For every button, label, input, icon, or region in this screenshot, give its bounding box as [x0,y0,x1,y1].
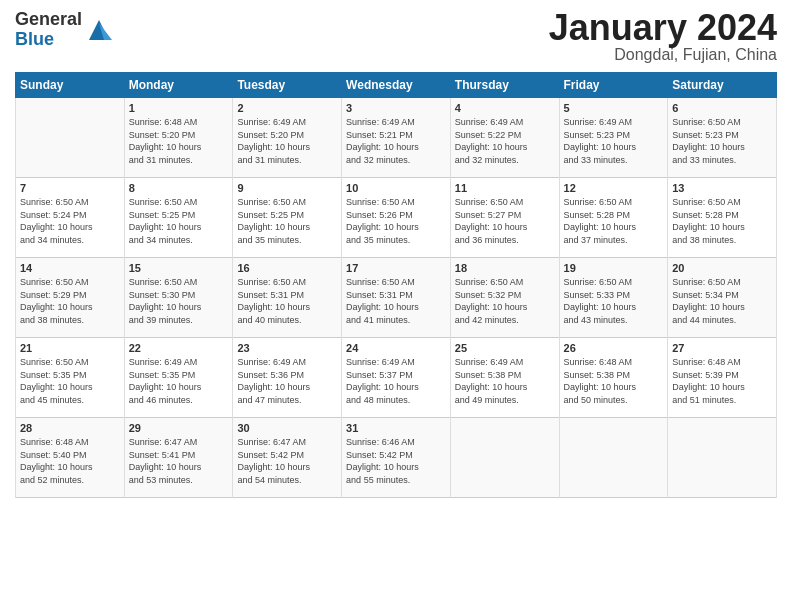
day-info: Sunrise: 6:50 AM Sunset: 5:27 PM Dayligh… [455,196,555,246]
day-info: Sunrise: 6:50 AM Sunset: 5:28 PM Dayligh… [672,196,772,246]
calendar-cell: 17Sunrise: 6:50 AM Sunset: 5:31 PM Dayli… [342,258,451,338]
logo: General Blue [15,10,114,50]
logo-blue: Blue [15,30,82,50]
calendar-cell: 22Sunrise: 6:49 AM Sunset: 5:35 PM Dayli… [124,338,233,418]
calendar-cell [559,418,668,498]
day-info: Sunrise: 6:49 AM Sunset: 5:35 PM Dayligh… [129,356,229,406]
day-info: Sunrise: 6:50 AM Sunset: 5:30 PM Dayligh… [129,276,229,326]
day-info: Sunrise: 6:49 AM Sunset: 5:38 PM Dayligh… [455,356,555,406]
day-number: 10 [346,182,446,194]
day-number: 4 [455,102,555,114]
day-number: 17 [346,262,446,274]
calendar-cell: 2Sunrise: 6:49 AM Sunset: 5:20 PM Daylig… [233,98,342,178]
calendar-cell: 15Sunrise: 6:50 AM Sunset: 5:30 PM Dayli… [124,258,233,338]
day-number: 22 [129,342,229,354]
day-number: 16 [237,262,337,274]
col-thursday: Thursday [450,73,559,98]
calendar-cell: 23Sunrise: 6:49 AM Sunset: 5:36 PM Dayli… [233,338,342,418]
header: General Blue January 2024 Dongdai, Fujia… [15,10,777,64]
day-info: Sunrise: 6:48 AM Sunset: 5:39 PM Dayligh… [672,356,772,406]
day-info: Sunrise: 6:48 AM Sunset: 5:38 PM Dayligh… [564,356,664,406]
day-number: 7 [20,182,120,194]
day-number: 12 [564,182,664,194]
calendar-cell: 5Sunrise: 6:49 AM Sunset: 5:23 PM Daylig… [559,98,668,178]
calendar-cell: 7Sunrise: 6:50 AM Sunset: 5:24 PM Daylig… [16,178,125,258]
day-info: Sunrise: 6:50 AM Sunset: 5:35 PM Dayligh… [20,356,120,406]
calendar-cell: 30Sunrise: 6:47 AM Sunset: 5:42 PM Dayli… [233,418,342,498]
calendar-cell: 25Sunrise: 6:49 AM Sunset: 5:38 PM Dayli… [450,338,559,418]
calendar-cell: 21Sunrise: 6:50 AM Sunset: 5:35 PM Dayli… [16,338,125,418]
calendar-week-1: 1Sunrise: 6:48 AM Sunset: 5:20 PM Daylig… [16,98,777,178]
day-number: 8 [129,182,229,194]
day-number: 18 [455,262,555,274]
calendar-cell [668,418,777,498]
day-info: Sunrise: 6:49 AM Sunset: 5:36 PM Dayligh… [237,356,337,406]
day-info: Sunrise: 6:50 AM Sunset: 5:28 PM Dayligh… [564,196,664,246]
calendar-cell: 28Sunrise: 6:48 AM Sunset: 5:40 PM Dayli… [16,418,125,498]
calendar-cell: 29Sunrise: 6:47 AM Sunset: 5:41 PM Dayli… [124,418,233,498]
day-number: 26 [564,342,664,354]
calendar-week-3: 14Sunrise: 6:50 AM Sunset: 5:29 PM Dayli… [16,258,777,338]
day-number: 13 [672,182,772,194]
day-number: 29 [129,422,229,434]
day-info: Sunrise: 6:48 AM Sunset: 5:40 PM Dayligh… [20,436,120,486]
calendar-cell: 12Sunrise: 6:50 AM Sunset: 5:28 PM Dayli… [559,178,668,258]
calendar-cell: 19Sunrise: 6:50 AM Sunset: 5:33 PM Dayli… [559,258,668,338]
day-number: 30 [237,422,337,434]
calendar-cell [16,98,125,178]
day-info: Sunrise: 6:50 AM Sunset: 5:29 PM Dayligh… [20,276,120,326]
calendar-cell: 24Sunrise: 6:49 AM Sunset: 5:37 PM Dayli… [342,338,451,418]
col-tuesday: Tuesday [233,73,342,98]
calendar-cell: 18Sunrise: 6:50 AM Sunset: 5:32 PM Dayli… [450,258,559,338]
calendar-cell: 16Sunrise: 6:50 AM Sunset: 5:31 PM Dayli… [233,258,342,338]
day-info: Sunrise: 6:50 AM Sunset: 5:25 PM Dayligh… [129,196,229,246]
calendar-cell: 6Sunrise: 6:50 AM Sunset: 5:23 PM Daylig… [668,98,777,178]
col-wednesday: Wednesday [342,73,451,98]
day-info: Sunrise: 6:50 AM Sunset: 5:23 PM Dayligh… [672,116,772,166]
day-number: 1 [129,102,229,114]
day-number: 14 [20,262,120,274]
day-info: Sunrise: 6:50 AM Sunset: 5:31 PM Dayligh… [346,276,446,326]
day-info: Sunrise: 6:50 AM Sunset: 5:32 PM Dayligh… [455,276,555,326]
calendar-cell: 3Sunrise: 6:49 AM Sunset: 5:21 PM Daylig… [342,98,451,178]
day-number: 3 [346,102,446,114]
calendar-week-2: 7Sunrise: 6:50 AM Sunset: 5:24 PM Daylig… [16,178,777,258]
calendar-cell: 1Sunrise: 6:48 AM Sunset: 5:20 PM Daylig… [124,98,233,178]
day-info: Sunrise: 6:50 AM Sunset: 5:33 PM Dayligh… [564,276,664,326]
day-number: 2 [237,102,337,114]
calendar-cell: 14Sunrise: 6:50 AM Sunset: 5:29 PM Dayli… [16,258,125,338]
calendar-cell: 26Sunrise: 6:48 AM Sunset: 5:38 PM Dayli… [559,338,668,418]
calendar-week-4: 21Sunrise: 6:50 AM Sunset: 5:35 PM Dayli… [16,338,777,418]
month-title: January 2024 [549,10,777,46]
calendar-cell: 8Sunrise: 6:50 AM Sunset: 5:25 PM Daylig… [124,178,233,258]
day-number: 21 [20,342,120,354]
day-number: 20 [672,262,772,274]
col-monday: Monday [124,73,233,98]
day-info: Sunrise: 6:49 AM Sunset: 5:37 PM Dayligh… [346,356,446,406]
day-number: 15 [129,262,229,274]
day-info: Sunrise: 6:50 AM Sunset: 5:25 PM Dayligh… [237,196,337,246]
calendar-cell: 27Sunrise: 6:48 AM Sunset: 5:39 PM Dayli… [668,338,777,418]
day-number: 6 [672,102,772,114]
day-number: 27 [672,342,772,354]
day-info: Sunrise: 6:49 AM Sunset: 5:20 PM Dayligh… [237,116,337,166]
logo-general: General [15,10,82,30]
day-number: 28 [20,422,120,434]
day-info: Sunrise: 6:48 AM Sunset: 5:20 PM Dayligh… [129,116,229,166]
calendar-cell: 11Sunrise: 6:50 AM Sunset: 5:27 PM Dayli… [450,178,559,258]
day-info: Sunrise: 6:46 AM Sunset: 5:42 PM Dayligh… [346,436,446,486]
title-block: January 2024 Dongdai, Fujian, China [549,10,777,64]
day-number: 31 [346,422,446,434]
calendar-cell: 10Sunrise: 6:50 AM Sunset: 5:26 PM Dayli… [342,178,451,258]
day-info: Sunrise: 6:47 AM Sunset: 5:42 PM Dayligh… [237,436,337,486]
day-number: 5 [564,102,664,114]
header-row: Sunday Monday Tuesday Wednesday Thursday… [16,73,777,98]
calendar-week-5: 28Sunrise: 6:48 AM Sunset: 5:40 PM Dayli… [16,418,777,498]
location: Dongdai, Fujian, China [549,46,777,64]
day-info: Sunrise: 6:50 AM Sunset: 5:34 PM Dayligh… [672,276,772,326]
day-number: 9 [237,182,337,194]
logo-icon [84,15,114,45]
calendar-cell: 4Sunrise: 6:49 AM Sunset: 5:22 PM Daylig… [450,98,559,178]
day-number: 11 [455,182,555,194]
day-info: Sunrise: 6:49 AM Sunset: 5:22 PM Dayligh… [455,116,555,166]
